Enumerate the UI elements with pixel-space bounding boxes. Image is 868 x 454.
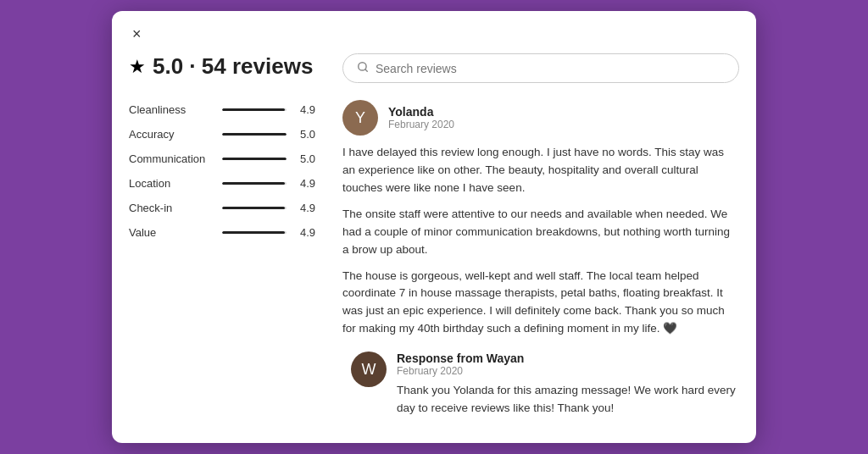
category-label: Cleanliness xyxy=(129,103,214,116)
rating-category: Accuracy 5.0 xyxy=(129,128,315,141)
category-label: Location xyxy=(129,177,214,190)
rating-headline: ★ 5.0 · 54 reviews xyxy=(129,53,315,80)
reviewer-header: Y Yolanda February 2020 xyxy=(342,100,739,136)
category-bar xyxy=(222,133,287,136)
category-label: Communication xyxy=(129,152,214,165)
reviewer-name: Yolanda xyxy=(388,105,454,119)
avatar: Y xyxy=(342,100,378,136)
category-value: 5.0 xyxy=(295,152,315,165)
category-bar-wrap xyxy=(222,133,287,136)
response-date: February 2020 xyxy=(397,365,739,377)
category-bar xyxy=(222,231,285,234)
reviews-list: Y Yolanda February 2020 I have delayed t… xyxy=(342,100,739,418)
category-bar xyxy=(222,182,285,185)
rating-category: Cleanliness 4.9 xyxy=(129,103,315,116)
rating-category: Communication 5.0 xyxy=(129,152,315,165)
ratings-panel: ★ 5.0 · 54 reviews Cleanliness 4.9 Accur… xyxy=(129,43,315,426)
categories-list: Cleanliness 4.9 Accuracy 5.0 Communicati… xyxy=(129,103,315,239)
reviews-modal: × ★ 5.0 · 54 reviews Cleanliness 4.9 Acc… xyxy=(112,11,756,443)
modal-header: × xyxy=(112,11,756,43)
response-name: Response from Wayan xyxy=(397,352,739,365)
category-label: Accuracy xyxy=(129,128,214,141)
review-paragraph: The onsite staff were attentive to our n… xyxy=(342,206,739,259)
category-bar-wrap xyxy=(222,158,287,160)
category-bar xyxy=(222,207,285,209)
reviewer-date: February 2020 xyxy=(388,119,454,130)
category-label: Value xyxy=(129,226,214,239)
review-block: Y Yolanda February 2020 I have delayed t… xyxy=(342,100,739,418)
svg-line-1 xyxy=(365,69,368,72)
rating-category: Location 4.9 xyxy=(129,177,315,190)
response-text: Thank you Yolanda for this amazing messa… xyxy=(397,382,739,418)
category-value: 4.9 xyxy=(295,202,315,214)
rating-category: Value 4.9 xyxy=(129,226,315,239)
response-content: Response from Wayan February 2020 Thank … xyxy=(397,352,739,418)
category-value: 4.9 xyxy=(295,103,315,116)
review-paragraph: The house is gorgeous, well-kept and wel… xyxy=(342,268,739,339)
response-block: W Response from Wayan February 2020 Than… xyxy=(342,352,739,418)
category-value: 4.9 xyxy=(295,226,315,239)
review-paragraph: I have delayed this review long enough. … xyxy=(342,144,739,197)
search-box[interactable] xyxy=(342,53,739,83)
category-bar-wrap xyxy=(222,231,287,234)
avatar: W xyxy=(351,352,387,387)
close-button[interactable]: × xyxy=(129,25,145,43)
category-bar-wrap xyxy=(222,108,287,111)
category-bar-wrap xyxy=(222,207,287,209)
search-input[interactable] xyxy=(376,62,725,75)
rating-category: Check-in 4.9 xyxy=(129,202,315,214)
category-value: 4.9 xyxy=(295,177,315,190)
category-bar-wrap xyxy=(222,182,287,185)
search-icon xyxy=(357,61,369,75)
reviewer-info: Yolanda February 2020 xyxy=(388,105,454,130)
category-bar xyxy=(222,158,287,160)
category-value: 5.0 xyxy=(295,128,315,141)
rating-overall: 5.0 · 54 reviews xyxy=(153,53,313,80)
category-bar xyxy=(222,108,285,111)
reviews-panel: Y Yolanda February 2020 I have delayed t… xyxy=(342,43,739,426)
star-icon: ★ xyxy=(129,56,146,78)
modal-body: ★ 5.0 · 54 reviews Cleanliness 4.9 Accur… xyxy=(112,43,756,443)
category-label: Check-in xyxy=(129,202,214,214)
